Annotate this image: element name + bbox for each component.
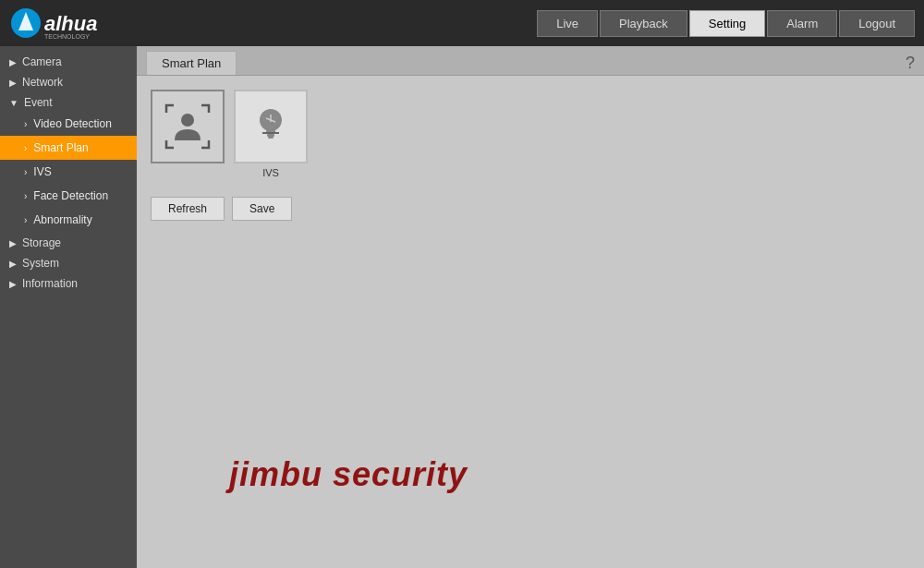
ivs-svg: [246, 102, 296, 151]
chevron-right-icon: ▶: [9, 78, 17, 88]
ivs-icon-box[interactable]: [234, 90, 308, 163]
sidebar-item-event[interactable]: ▼ Event: [0, 91, 137, 112]
svg-point-4: [181, 114, 194, 127]
tab-setting[interactable]: Setting: [689, 10, 765, 37]
svg-text:TECHNOLOGY: TECHNOLOGY: [44, 33, 90, 40]
watermark: jimbu security: [229, 455, 468, 494]
chevron-down-icon: ▼: [9, 98, 18, 108]
plan-icon-ivs[interactable]: IVS: [234, 90, 308, 178]
tab-live[interactable]: Live: [537, 10, 598, 37]
main-layout: ▶ Camera ▶ Network ▼ Event › Video Detec…: [0, 46, 924, 568]
tab-alarm[interactable]: Alarm: [767, 10, 837, 37]
sidebar-item-network[interactable]: ▶ Network: [0, 71, 137, 91]
chevron-right-icon: ▶: [9, 238, 17, 248]
sidebar-item-smart-plan[interactable]: › Smart Plan: [0, 136, 137, 160]
ivs-label: IVS: [262, 167, 279, 178]
tab-bar: Smart Plan: [137, 46, 924, 76]
face-detection-svg: [163, 102, 213, 151]
sidebar-item-abnormality[interactable]: › Abnormality: [0, 208, 137, 232]
header: alhua TECHNOLOGY Live Playback Setting A…: [0, 0, 924, 46]
chevron-right-icon: ›: [24, 143, 27, 153]
tab-logout[interactable]: Logout: [839, 10, 915, 37]
content-area: Smart Plan ?: [137, 46, 924, 568]
svg-text:alhua: alhua: [44, 12, 97, 35]
chevron-right-icon: ▶: [9, 259, 17, 269]
logo-area: alhua TECHNOLOGY: [9, 5, 129, 42]
help-icon[interactable]: ?: [906, 54, 915, 73]
sidebar: ▶ Camera ▶ Network ▼ Event › Video Detec…: [0, 46, 137, 568]
sidebar-item-ivs[interactable]: › IVS: [0, 160, 137, 184]
chevron-right-icon: ›: [24, 167, 27, 177]
sidebar-item-storage[interactable]: ▶ Storage: [0, 232, 137, 252]
sidebar-item-video-detection[interactable]: › Video Detection: [0, 112, 137, 136]
content-tab-smart-plan[interactable]: Smart Plan: [146, 51, 237, 75]
svg-rect-8: [268, 137, 274, 139]
smart-plan-icons: IVS: [151, 90, 910, 178]
save-button[interactable]: Save: [232, 197, 292, 221]
sidebar-item-face-detection[interactable]: › Face Detection: [0, 184, 137, 208]
chevron-right-icon: ▶: [9, 57, 17, 67]
refresh-button[interactable]: Refresh: [151, 197, 225, 221]
button-row: Refresh Save: [151, 197, 910, 221]
sidebar-item-information[interactable]: ▶ Information: [0, 272, 137, 293]
face-icon-box[interactable]: [151, 90, 225, 163]
chevron-right-icon: ›: [24, 191, 27, 201]
sidebar-item-system[interactable]: ▶ System: [0, 252, 137, 272]
svg-rect-7: [267, 134, 274, 137]
nav-tabs: Live Playback Setting Alarm Logout: [537, 10, 915, 37]
content-body: IVS Refresh Save: [137, 76, 924, 353]
tab-playback[interactable]: Playback: [600, 10, 687, 37]
chevron-right-icon: ▶: [9, 279, 17, 289]
sidebar-item-camera[interactable]: ▶ Camera: [0, 51, 137, 71]
logo-svg: alhua TECHNOLOGY: [9, 5, 129, 42]
chevron-right-icon: ›: [24, 119, 27, 129]
chevron-right-icon: ›: [24, 215, 27, 225]
plan-icon-face[interactable]: [151, 90, 225, 178]
